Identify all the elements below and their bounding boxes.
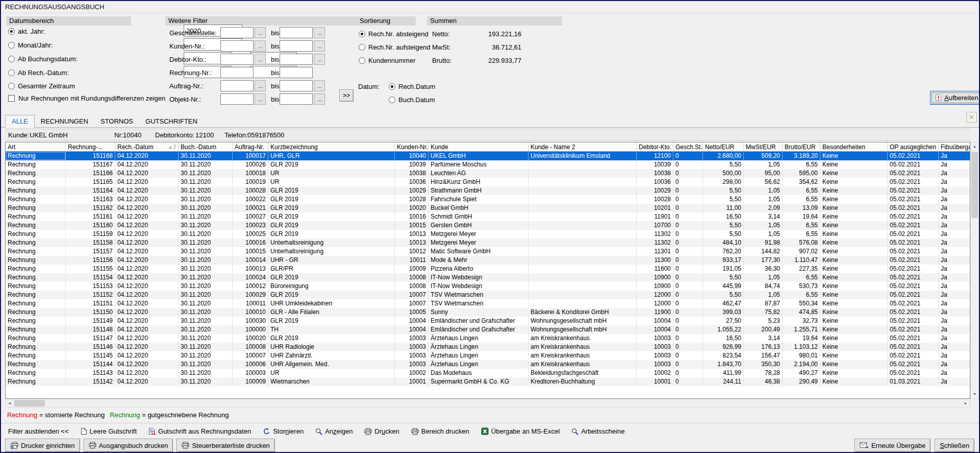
table-cell[interactable]: 151165 [66, 178, 115, 186]
table-cell[interactable]: 0 [673, 256, 703, 265]
scroll-down-arrow[interactable]: ▼ [971, 390, 978, 398]
anzeigen-button[interactable]: Anzeigen [314, 426, 354, 436]
table-cell[interactable]: 05.02.2021 [888, 230, 939, 239]
table-cell[interactable]: 30.11.2020 [179, 377, 233, 386]
table-cell[interactable]: 100019 [233, 178, 268, 186]
steuerberaterliste-drucken-button[interactable]: Steuerberaterliste drucken [177, 439, 274, 452]
table-cell[interactable]: 10036 [395, 178, 429, 186]
radio-akt-jahr[interactable] [8, 28, 15, 35]
table-cell[interactable]: 100016 [233, 239, 268, 247]
table-cell[interactable]: Gersten GmbH [429, 221, 529, 230]
browse-button[interactable]: ... [314, 93, 325, 105]
table-cell[interactable]: Wohnungsgesellschaft mbH [529, 317, 637, 325]
table-cell[interactable]: 10003 [395, 334, 429, 343]
table-cell[interactable]: 30.11.2020 [179, 186, 233, 195]
leere-gutschrift-button[interactable]: Leere Gutschrift [80, 426, 138, 436]
table-cell[interactable]: 10036 [637, 178, 673, 186]
table-cell[interactable]: 2.194,00 [783, 360, 820, 369]
table-cell[interactable]: Rechnung [6, 152, 66, 160]
table-cell[interactable]: 6,55 [783, 195, 820, 204]
table-cell[interactable]: UKEL GmbH [429, 152, 529, 160]
table-cell[interactable]: GLR 2019 [268, 195, 395, 204]
table-cell[interactable]: 04.12.2020 [115, 160, 179, 169]
table-cell[interactable]: 10007 [395, 299, 429, 308]
table-row[interactable]: Rechnung15114804.12.202030.11.2020100000… [6, 325, 970, 334]
table-row[interactable]: Rechnung15116004.12.202030.11.2020100023… [6, 221, 970, 230]
table-cell[interactable]: Fahrschule Spiet [429, 195, 529, 204]
table-cell[interactable]: Rechnung [6, 334, 66, 343]
table-cell[interactable]: 100006 [233, 360, 268, 369]
table-cell[interactable]: Ärztehaus Lingen [429, 360, 529, 369]
table-cell[interactable] [529, 256, 637, 265]
table-cell[interactable]: 05.02.2021 [888, 169, 939, 178]
table-cell[interactable]: 10028 [395, 195, 429, 204]
table-cell[interactable]: 05.02.2021 [888, 265, 939, 273]
table-cell[interactable]: 0 [673, 351, 703, 360]
table-cell[interactable]: 04.12.2020 [115, 351, 179, 360]
table-cell[interactable]: 350,30 [744, 360, 783, 369]
table-cell[interactable]: 151155 [66, 265, 115, 273]
table-cell[interactable]: 462,47 [703, 299, 744, 308]
radio-ab-buchungsdatum[interactable] [8, 56, 15, 62]
table-cell[interactable]: 04.12.2020 [115, 247, 179, 256]
table-cell[interactable]: 10008 [395, 273, 429, 282]
table-cell[interactable]: 0 [673, 160, 703, 169]
expand-filters-button[interactable]: >> [339, 89, 354, 102]
table-cell[interactable]: 05.02.2021 [888, 212, 939, 221]
table-cell[interactable]: Ja [939, 221, 970, 230]
table-cell[interactable]: Keine [820, 377, 888, 386]
table-cell[interactable]: GLR - Alle Filialen [268, 308, 395, 317]
table-cell[interactable]: 5,50 [703, 160, 744, 169]
table-cell[interactable]: Schmidt GmbH [429, 212, 529, 221]
table-cell[interactable]: 87,87 [744, 299, 783, 308]
table-row[interactable]: Rechnung15115504.12.202030.11.2020100013… [6, 265, 970, 273]
table-cell[interactable]: Ja [939, 169, 970, 178]
table-cell[interactable]: 30.11.2020 [179, 204, 233, 212]
table-cell[interactable]: 30.11.2020 [179, 360, 233, 369]
table-cell[interactable]: Ja [939, 160, 970, 169]
filter-von-input[interactable] [220, 54, 254, 65]
table-cell[interactable] [529, 160, 637, 169]
table-cell[interactable]: Ja [939, 152, 970, 160]
table-cell[interactable]: 05.02.2021 [888, 351, 939, 360]
table-cell[interactable]: 30.11.2020 [179, 291, 233, 299]
drucken-button[interactable]: Drucken [363, 426, 400, 436]
table-cell[interactable]: 500,00 [703, 169, 744, 178]
table-cell[interactable]: Ja [939, 204, 970, 212]
table-cell[interactable]: 91,98 [744, 239, 783, 247]
column-header[interactable]: Art [6, 142, 66, 151]
table-cell[interactable]: 933,17 [703, 256, 744, 265]
table-cell[interactable]: 04.12.2020 [115, 317, 179, 325]
table-cell[interactable] [529, 178, 637, 186]
table-cell[interactable]: UR [268, 169, 395, 178]
table-cell[interactable]: Ja [939, 186, 970, 195]
column-header[interactable]: Kunde - Name 2 [529, 142, 637, 151]
table-cell[interactable]: 11901 [637, 212, 673, 221]
scroll-left-arrow[interactable]: ◄ [6, 399, 14, 407]
table-cell[interactable]: 12000 [637, 299, 673, 308]
browse-button[interactable]: ... [255, 27, 266, 38]
table-cell[interactable]: TSV Wietmarschen [429, 299, 529, 308]
table-cell[interactable]: Kreditoren-Buchhaltung [529, 377, 637, 386]
table-cell[interactable]: 30.11.2020 [179, 221, 233, 230]
table-cell[interactable]: 1,05 [744, 195, 783, 204]
table-cell[interactable]: 10004 [637, 325, 673, 334]
table-cell[interactable]: 151168 [66, 152, 115, 160]
table-cell[interactable]: 10008 [395, 282, 429, 291]
table-cell[interactable]: 0 [673, 212, 703, 221]
table-cell[interactable]: 05.02.2021 [888, 160, 939, 169]
table-cell[interactable]: 5,50 [703, 195, 744, 204]
table-cell[interactable]: 227,35 [783, 265, 820, 273]
table-cell[interactable]: 151162 [66, 204, 115, 212]
table-cell[interactable]: 10015 [395, 221, 429, 230]
column-header[interactable]: Buch.-Datum [179, 142, 233, 151]
table-cell[interactable]: Rechnung [6, 239, 66, 247]
filter-bis-input[interactable] [280, 93, 313, 105]
table-cell[interactable]: 0 [673, 299, 703, 308]
table-cell[interactable]: GLR 2019 [268, 230, 395, 239]
table-cell[interactable]: 0 [673, 273, 703, 282]
table-cell[interactable]: Rechnung [6, 308, 66, 317]
table-cell[interactable]: 411,99 [703, 369, 744, 377]
table-cell[interactable]: 04.12.2020 [115, 186, 179, 195]
table-cell[interactable]: 05.02.2021 [888, 273, 939, 282]
